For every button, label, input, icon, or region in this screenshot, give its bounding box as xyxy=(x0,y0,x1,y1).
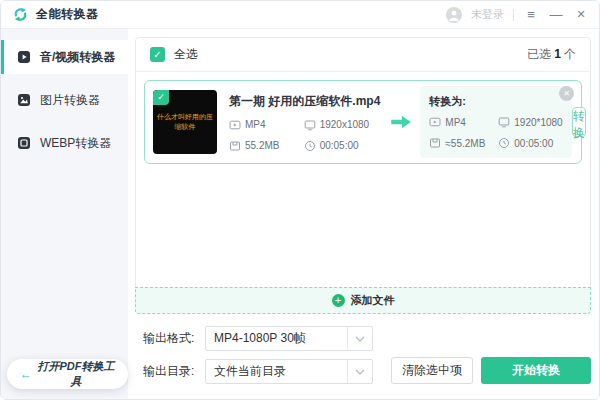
resolution-icon xyxy=(304,119,316,131)
menu-icon[interactable]: ≡ xyxy=(523,6,539,24)
file-list: 什么才叫好用的压缩软件 ✓ 第一期 好用的压缩软件.mp4 xyxy=(136,72,590,313)
resolution-icon xyxy=(498,116,510,128)
remove-file-icon[interactable]: ✕ xyxy=(559,86,574,101)
target-duration: 00:05:00 xyxy=(498,137,562,149)
list-header: ✓ 全选 已选1个 xyxy=(136,38,590,72)
sidebar-item-audio-video-converter[interactable]: 音/视频转换器 xyxy=(1,40,128,74)
add-files-dropzone[interactable]: + 添加文件 xyxy=(135,287,591,314)
open-pdf-tool-button[interactable]: ← 打开PDF转换工具 xyxy=(7,359,128,389)
selected-prefix: 已选 xyxy=(527,47,551,61)
chevron-down-icon[interactable] xyxy=(347,327,372,350)
sync-logo-icon xyxy=(12,6,29,23)
output-directory-value: 文件当前目录 xyxy=(206,360,347,383)
convert-direction-arrow-icon xyxy=(389,114,413,130)
convert-button[interactable]: 转换 xyxy=(572,107,586,137)
sidebar-item-label: WEBP转换器 xyxy=(40,135,111,152)
select-all-checkbox[interactable]: ✓ xyxy=(150,47,165,62)
clear-selected-button[interactable]: 清除选中项 xyxy=(391,357,473,384)
minimize-icon[interactable]: — xyxy=(548,6,564,24)
file-list-panel: ✓ 全选 已选1个 什么才叫好用的压缩软件 ✓ 第一期 好用 xyxy=(135,37,591,314)
select-all-label: 全选 xyxy=(174,46,198,63)
image-converter-icon xyxy=(17,93,31,107)
app-window: 全能转换器 未登录 ≡ — ✕ 音/视频转换器 xyxy=(0,0,600,400)
file-size-icon xyxy=(229,140,241,152)
output-format-value: MP4-1080P 30帧 xyxy=(206,327,347,350)
output-directory-row: 输出目录: 文件当前目录 xyxy=(143,359,373,384)
add-files-label: 添加文件 xyxy=(351,293,395,308)
duration-icon xyxy=(304,140,316,152)
file-card[interactable]: 什么才叫好用的压缩软件 ✓ 第一期 好用的压缩软件.mp4 xyxy=(144,80,582,164)
close-icon[interactable]: ✕ xyxy=(573,6,589,24)
login-status[interactable]: 未登录 xyxy=(471,7,504,22)
video-converter-icon xyxy=(17,50,31,64)
sidebar-item-label: 图片转换器 xyxy=(40,92,100,109)
format-icon xyxy=(229,119,241,131)
titlebar: 全能转换器 未登录 ≡ — ✕ xyxy=(1,1,599,29)
thumbnail-caption: 什么才叫好用的压缩软件 xyxy=(153,112,217,133)
target-resolution: 1920*1080 xyxy=(498,116,562,128)
webp-converter-icon xyxy=(17,136,31,150)
video-thumbnail: 什么才叫好用的压缩软件 ✓ xyxy=(153,90,217,154)
convert-to-label: 转换为: xyxy=(429,94,562,109)
sidebar-item-image-converter[interactable]: 图片转换器 xyxy=(1,83,128,117)
open-pdf-tool-label: 打开PDF转换工具 xyxy=(37,359,115,389)
plus-icon: + xyxy=(332,294,345,307)
main-content: ✓ 全选 已选1个 什么才叫好用的压缩软件 ✓ 第一期 好用 xyxy=(128,29,599,399)
source-resolution: 1920x1080 xyxy=(304,119,381,131)
output-directory-label: 输出目录: xyxy=(143,363,205,380)
selected-count: 已选1个 xyxy=(527,46,576,63)
output-format-row: 输出格式: MP4-1080P 30帧 xyxy=(143,326,373,351)
bottom-controls: 输出格式: MP4-1080P 30帧 输出目录: 文件当前目录 xyxy=(135,326,591,384)
app-logo: 全能转换器 xyxy=(12,6,99,23)
user-avatar-icon[interactable] xyxy=(446,7,462,23)
source-format: MP4 xyxy=(229,119,291,131)
selected-count-number: 1 xyxy=(554,47,561,61)
file-name: 第一期 好用的压缩软件.mp4 xyxy=(229,93,380,110)
output-format-label: 输出格式: xyxy=(143,330,205,347)
output-format-select[interactable]: MP4-1080P 30帧 xyxy=(205,326,373,351)
titlebar-divider xyxy=(513,9,514,21)
app-title: 全能转换器 xyxy=(36,6,99,23)
target-format: MP4 xyxy=(429,116,485,128)
start-convert-button[interactable]: 开始转换 xyxy=(481,357,591,384)
convert-target-info: 转换为: MP4 xyxy=(420,86,571,158)
sidebar: 音/视频转换器 图片转换器 WEBP转换器 ← 打开PDF转换工具 xyxy=(1,29,128,399)
duration-icon xyxy=(498,137,510,149)
file-selected-checkbox[interactable]: ✓ xyxy=(153,90,169,105)
output-directory-select[interactable]: 文件当前目录 xyxy=(205,359,373,384)
target-size: ≈55.2MB xyxy=(429,137,485,149)
source-file-info: 第一期 好用的压缩软件.mp4 MP4 xyxy=(229,93,380,152)
sidebar-item-label: 音/视频转换器 xyxy=(40,49,115,66)
source-duration: 00:05:00 xyxy=(304,140,381,152)
selected-suffix: 个 xyxy=(564,47,576,61)
source-size: 55.2MB xyxy=(229,140,291,152)
back-arrow-icon: ← xyxy=(20,367,32,381)
sidebar-item-webp-converter[interactable]: WEBP转换器 xyxy=(1,126,128,160)
chevron-down-icon[interactable] xyxy=(347,360,372,383)
file-size-icon xyxy=(429,137,441,149)
format-icon xyxy=(429,116,441,128)
